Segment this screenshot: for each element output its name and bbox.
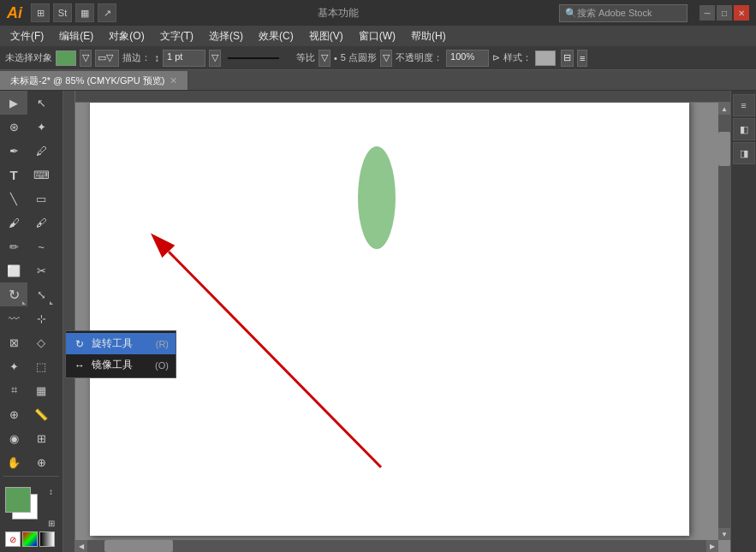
rotate-icon: ↻ — [73, 337, 86, 351]
gradient-tool-btn[interactable]: ▦ — [27, 378, 55, 402]
search-box[interactable]: 🔍 搜索 Adobe Stock — [559, 4, 688, 22]
shape-tool-btn[interactable]: ▭ — [27, 187, 55, 211]
opacity-extra-btn[interactable]: ⊟ — [561, 50, 574, 67]
stroke-size-box[interactable]: 1 pt — [163, 50, 205, 67]
title-icons: ⊞ St ▦ ↗ — [31, 3, 116, 22]
canvas-document — [63, 91, 715, 552]
minimize-btn[interactable]: ─ — [699, 5, 715, 21]
default-colors-btn[interactable]: ⊞ — [48, 519, 55, 528]
line-tool-btn[interactable]: ╲ — [0, 187, 27, 211]
menu-window[interactable]: 窗口(W) — [352, 27, 402, 45]
scroll-down-btn[interactable]: ▼ — [718, 528, 730, 540]
shaper-tool-btn[interactable]: ◇ — [27, 330, 55, 354]
eraser-tool-btn[interactable]: ⬜ — [0, 258, 27, 282]
menu-type[interactable]: 文字(T) — [153, 27, 200, 45]
color-section: ↕ ⊞ ⊘ — [0, 482, 63, 552]
points-dropdown[interactable]: ▽ — [380, 50, 392, 67]
blob-brush-tool-btn[interactable]: 🖋 — [27, 211, 55, 234]
smooth-tool-btn[interactable]: ~ — [27, 234, 55, 258]
lasso-tool-btn[interactable]: ⊛ — [0, 115, 27, 139]
scroll-thumb-v[interactable] — [718, 132, 730, 166]
mirror-tool-menu-item[interactable]: ↔ 镜像工具 (O) — [66, 354, 176, 376]
close-btn[interactable]: ✕ — [734, 5, 749, 21]
horizontal-scrollbar[interactable]: ◀ ▶ — [75, 540, 718, 552]
eyedropper-tool-btn[interactable]: ⊕ — [0, 402, 27, 426]
scissors-tool-btn[interactable]: ✂ — [27, 258, 55, 282]
title-center: 基本功能 — [122, 6, 554, 21]
curvature-tool-btn[interactable]: 🖊 — [27, 139, 55, 163]
titlebar: Ai ⊞ St ▦ ↗ 基本功能 🔍 搜索 Adobe Stock ─ □ ✕ — [0, 0, 756, 26]
direct-selection-tool-btn[interactable]: ↖ — [27, 91, 55, 115]
type-touch-btn[interactable]: ⌨ — [27, 163, 55, 187]
stroke-type-dropdown[interactable]: ▭▽ — [95, 50, 119, 67]
mirror-icon: ↔ — [73, 359, 86, 372]
canvas-area[interactable]: ▲ ▼ ◀ ▶ — [63, 91, 730, 552]
fill-color-swatch[interactable] — [56, 50, 76, 66]
scroll-left-btn[interactable]: ◀ — [75, 540, 87, 552]
pen-tool-btn[interactable]: ✒ — [0, 139, 27, 163]
artboard-tool-btn[interactable]: ⊞ — [27, 426, 55, 450]
puppet-warp-btn[interactable]: ⊹ — [27, 306, 55, 330]
scale-tool-btn[interactable]: ⤡ — [27, 282, 55, 306]
perspective-tool-btn[interactable]: ⬚ — [27, 354, 55, 378]
stroke-size-icon: ↕ — [154, 52, 159, 64]
style-color-swatch[interactable] — [535, 50, 556, 66]
zoom-tool-btn[interactable]: ⊕ — [27, 450, 55, 474]
rotate-tool-btn[interactable]: ↻ — [0, 282, 27, 306]
oval-shape[interactable] — [355, 142, 398, 253]
paintbrush-tool-btn[interactable]: 🖌 — [0, 211, 27, 234]
measure-tool-btn[interactable]: 📏 — [27, 402, 55, 426]
panel-btn-1[interactable]: ≡ — [733, 94, 755, 116]
menu-effect[interactable]: 效果(C) — [252, 27, 301, 45]
menu-object[interactable]: 对象(O) — [102, 27, 151, 45]
mirror-key: (O) — [155, 360, 169, 371]
menu-select[interactable]: 选择(S) — [202, 27, 250, 45]
menu-edit[interactable]: 编辑(E) — [52, 27, 100, 45]
scroll-thumb-h[interactable] — [104, 540, 173, 552]
type-tool-btn[interactable]: T — [0, 163, 27, 187]
stroke-unit-dropdown[interactable]: ▽ — [209, 50, 221, 67]
magic-wand-tool-btn[interactable]: ✦ — [27, 115, 55, 139]
search-placeholder: 搜索 Adobe Stock — [577, 7, 652, 20]
ratio-label: 等比 — [296, 51, 315, 64]
foreground-color-box[interactable] — [5, 487, 31, 513]
rotate-tool-menu-item[interactable]: ↻ 旋转工具 (R) — [66, 333, 176, 354]
view-btn[interactable]: ▦ — [75, 3, 94, 22]
panel-btn-2[interactable]: ◧ — [733, 118, 755, 140]
toolbar: ▶ ↖ ⊛ ✦ ✒ 🖊 T ⌨ ╲ ▭ 🖌 🖋 — [0, 91, 63, 552]
scroll-up-btn[interactable]: ▲ — [718, 103, 730, 115]
close-tab-btn[interactable]: ✕ — [170, 75, 177, 86]
document-tab[interactable]: 未标题-2* @ 85% (CMYK/GPU 预览) ✕ — [0, 71, 188, 90]
selection-tool-btn[interactable]: ▶ — [0, 91, 27, 115]
libraries-btn[interactable]: St — [53, 3, 72, 22]
white-canvas[interactable] — [90, 99, 689, 536]
hand-tool-btn[interactable]: ✋ — [0, 450, 27, 474]
layout-btn[interactable]: ⊞ — [31, 3, 50, 22]
warp-tool-btn[interactable]: 〰 — [0, 306, 27, 330]
panel-btn-3[interactable]: ◨ — [733, 142, 755, 164]
maximize-btn[interactable]: □ — [717, 5, 732, 21]
options-more-btn[interactable]: ≡ — [577, 50, 587, 67]
fill-dropdown[interactable]: ▽ — [80, 50, 92, 67]
vertical-scrollbar[interactable]: ▲ ▼ — [718, 103, 730, 540]
vertical-ruler — [63, 91, 75, 552]
style-label: 样式： — [503, 51, 532, 64]
pencil-tool-btn[interactable]: ✏ — [0, 234, 27, 258]
blend-tool-btn[interactable]: ◉ — [0, 426, 27, 450]
ratio-dropdown[interactable]: ▽ — [318, 50, 330, 67]
stroke-label: 描边： — [122, 51, 151, 64]
symbol-tool-btn[interactable]: ✦ — [0, 354, 27, 378]
share-btn[interactable]: ↗ — [98, 3, 116, 22]
mesh-tool-btn[interactable]: ⌗ — [0, 378, 27, 402]
menu-view[interactable]: 视图(V) — [302, 27, 350, 45]
none-color-btn[interactable]: ⊘ — [5, 531, 21, 547]
menu-help[interactable]: 帮助(H) — [404, 27, 453, 45]
menu-file[interactable]: 文件(F) — [3, 27, 51, 45]
swap-colors-btn[interactable]: ↕ — [49, 487, 53, 496]
color-btn[interactable] — [22, 531, 38, 547]
mirror-label: 镜像工具 — [92, 358, 133, 372]
gradient-btn[interactable] — [39, 531, 55, 547]
opacity-box[interactable]: 100% — [446, 50, 489, 67]
scroll-right-btn[interactable]: ▶ — [706, 540, 718, 552]
free-transform-btn[interactable]: ⊠ — [0, 330, 27, 354]
